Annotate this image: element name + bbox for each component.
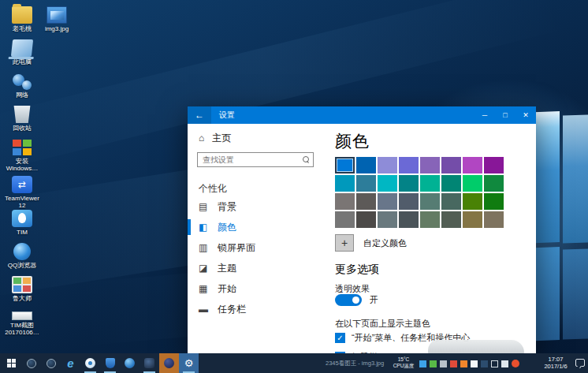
nav-item-start[interactable]: ▦开始 <box>188 278 326 299</box>
tray-volume-icon[interactable] <box>501 360 508 367</box>
search-input[interactable] <box>198 153 313 166</box>
desktop-icon-this-pc[interactable]: 此电脑 <box>0 39 46 65</box>
tray-image-icon[interactable] <box>430 360 437 367</box>
task-view-button[interactable] <box>41 353 61 373</box>
action-center-icon[interactable] <box>575 359 585 367</box>
tray-gray-icon[interactable] <box>440 360 447 367</box>
color-swatch[interactable] <box>378 175 397 192</box>
color-swatch[interactable] <box>484 211 504 228</box>
color-swatch[interactable] <box>420 193 440 210</box>
color-swatch[interactable] <box>441 157 461 173</box>
minimize-button[interactable]: ─ <box>474 106 495 124</box>
color-swatch[interactable] <box>356 157 376 173</box>
tray-dark-icon[interactable] <box>481 360 488 367</box>
taskbar-clock[interactable]: 17:07 2017/1/6 <box>538 356 574 370</box>
start-icon: ▦ <box>199 283 218 294</box>
nav-item-background[interactable]: ▤背景 <box>188 196 326 217</box>
nav-item-label: 任务栏 <box>218 303 246 316</box>
edge-icon[interactable]: e <box>61 353 80 373</box>
desktop-icon-ludashi[interactable]: 鲁大师 <box>0 276 46 302</box>
cortana-button[interactable] <box>21 353 41 373</box>
nav-section-label: 个性化 <box>199 182 227 196</box>
taskbar: e⚙ 2345看图王 - img3.jpg 15°C CPU温度 17:07 2… <box>0 353 588 373</box>
this-pc-icon <box>11 39 33 57</box>
color-swatch[interactable] <box>378 157 397 173</box>
color-swatch[interactable] <box>484 157 504 173</box>
nav-home[interactable]: ⌂主页 <box>199 132 231 145</box>
color-swatch[interactable] <box>335 211 355 228</box>
color-swatch[interactable] <box>378 211 397 228</box>
security-shield-icon-glyph <box>106 358 115 368</box>
color-swatch[interactable] <box>463 157 482 173</box>
cpu-temp-widget[interactable]: 15°C CPU温度 <box>391 356 416 369</box>
security-shield-icon[interactable] <box>100 353 120 373</box>
color-swatch[interactable] <box>335 157 355 173</box>
browser-360-icon-glyph <box>85 358 95 368</box>
back-button[interactable]: ← <box>188 106 211 124</box>
tray-red-icon[interactable] <box>450 360 457 367</box>
taskbar-window-title[interactable]: 2345看图王 - img3.jpg <box>326 360 384 367</box>
color-swatch[interactable] <box>463 211 482 228</box>
tray-cloud-icon[interactable] <box>471 360 478 367</box>
desktop-icon-file-img3[interactable]: img3.jpg <box>33 6 80 32</box>
color-swatch[interactable] <box>463 193 482 210</box>
desktop-icon-recycle-bin[interactable]: 回收站 <box>0 106 46 132</box>
color-swatch[interactable] <box>399 193 419 210</box>
checkbox-checked[interactable]: ✓ <box>335 333 345 343</box>
custom-color-button[interactable]: + <box>335 234 354 252</box>
color-swatch[interactable] <box>335 193 355 210</box>
accent-color-palette <box>335 157 505 228</box>
network-icon <box>12 73 32 90</box>
transparency-toggle[interactable] <box>335 294 362 306</box>
nav-item-lockscreen[interactable]: ▥锁屏界面 <box>188 237 326 258</box>
browser-360-icon[interactable] <box>80 353 100 373</box>
color-swatch[interactable] <box>420 211 440 228</box>
color-swatch[interactable] <box>441 193 461 210</box>
maximize-button[interactable]: □ <box>495 106 515 124</box>
color-swatch[interactable] <box>356 175 376 192</box>
color-swatch[interactable] <box>484 193 504 210</box>
desktop-icon-network[interactable]: 网络 <box>0 73 46 99</box>
settings-search[interactable] <box>197 152 314 167</box>
color-swatch[interactable] <box>463 175 482 192</box>
color-swatch[interactable] <box>356 211 376 228</box>
settings-gear-icon[interactable]: ⚙ <box>179 353 199 373</box>
desktop-icon-tim[interactable]: TIM <box>0 210 46 236</box>
color-swatch[interactable] <box>335 175 355 192</box>
desktop-icon-teamviewer[interactable]: TeamViewer12 <box>0 176 46 209</box>
color-swatch[interactable] <box>356 193 376 210</box>
nav-item-label: 背景 <box>218 200 236 214</box>
desktop-icon-qq-browser[interactable]: QQ浏览器 <box>0 243 46 269</box>
nav-item-label: 开始 <box>218 282 236 296</box>
tray-temp-icon[interactable] <box>419 360 426 367</box>
color-swatch[interactable] <box>399 211 419 228</box>
close-button[interactable]: ✕ <box>515 106 536 124</box>
attention-app-icon[interactable] <box>159 353 179 373</box>
install-windows-icon <box>12 139 32 156</box>
color-swatch[interactable] <box>441 175 461 192</box>
start-button[interactable] <box>2 353 21 373</box>
color-swatch[interactable] <box>399 157 419 173</box>
tray-flame-icon[interactable] <box>460 360 467 367</box>
tray-alert-icon[interactable] <box>512 360 519 367</box>
app-dark-icon[interactable] <box>140 353 159 373</box>
color-swatch[interactable] <box>420 157 440 173</box>
tray-network-icon[interactable] <box>491 360 498 367</box>
desktop-icon-label: TIM <box>0 229 46 236</box>
windows-logo-pane <box>563 114 588 243</box>
nav-item-themes[interactable]: ◪主题 <box>188 258 326 278</box>
desktop-icon-install-windows[interactable]: 安装Windows… <box>0 139 46 172</box>
color-swatch[interactable] <box>378 193 397 210</box>
color-swatch[interactable] <box>484 175 504 192</box>
system-tray <box>419 360 519 367</box>
color-swatch[interactable] <box>420 175 440 192</box>
nav-item-colors[interactable]: ◧颜色 <box>188 217 326 237</box>
qq-icon-glyph <box>125 358 135 368</box>
color-swatch[interactable] <box>441 211 461 228</box>
nav-item-taskbar[interactable]: ▬任务栏 <box>188 299 326 319</box>
settings-titlebar: ← 设置 ─ □ ✕ <box>188 106 536 124</box>
qq-icon[interactable] <box>120 353 140 373</box>
color-swatch[interactable] <box>399 175 419 192</box>
desktop-icon-tim-screenshot[interactable]: TIM截图20170106… <box>0 305 46 336</box>
colors-page: 颜色 + 自定义颜色 更多选项 透明效果 开 在以下页面上显示主题色 ✓“开始”… <box>335 124 536 353</box>
